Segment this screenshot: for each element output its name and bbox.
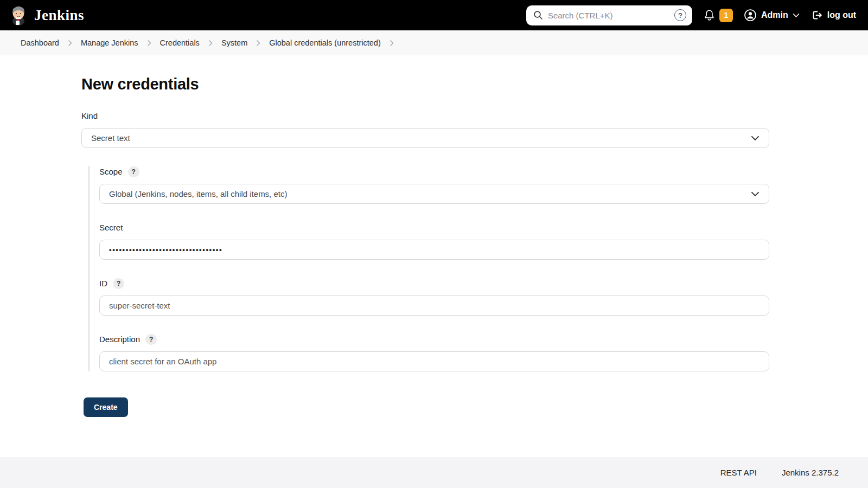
breadcrumb-dashboard[interactable]: Dashboard	[20, 36, 60, 49]
search-icon	[533, 10, 543, 20]
id-label-row: ID ?	[99, 278, 769, 289]
breadcrumb-credentials[interactable]: Credentials	[159, 36, 201, 49]
kind-label: Kind	[81, 111, 98, 120]
logout-icon	[810, 9, 823, 21]
breadcrumb-global-credentials[interactable]: Global credentials (unrestricted)	[268, 36, 382, 49]
kind-select-value: Secret text	[91, 133, 130, 143]
top-bar: Jenkins ? 1	[0, 0, 868, 30]
kind-label-row: Kind	[81, 110, 769, 121]
id-label: ID	[99, 279, 107, 288]
user-name-label: Admin	[761, 10, 788, 20]
page-title: New credentials	[81, 75, 769, 93]
scope-select[interactable]: Global (Jenkins, nodes, items, all child…	[99, 184, 769, 204]
description-help-icon[interactable]: ?	[145, 334, 157, 345]
notifications-button[interactable]: 1	[703, 9, 733, 22]
description-label: Description	[99, 335, 140, 344]
description-input[interactable]	[99, 351, 769, 371]
description-label-row: Description ?	[99, 333, 769, 345]
breadcrumb-chevron-icon	[208, 40, 213, 47]
create-button[interactable]: Create	[84, 397, 128, 417]
main-content: New credentials Kind Secret text Scope ?…	[81, 75, 769, 417]
scope-label-row: Scope ?	[99, 166, 769, 177]
breadcrumb-chevron-icon	[256, 40, 260, 47]
kind-details-section: Scope ? Global (Jenkins, nodes, items, a…	[88, 166, 769, 371]
search-input[interactable]	[548, 11, 669, 20]
search-box: ?	[526, 5, 692, 25]
breadcrumb-manage-jenkins[interactable]: Manage Jenkins	[80, 36, 139, 49]
id-help-icon[interactable]: ?	[113, 278, 124, 289]
jenkins-home-link[interactable]: Jenkins	[9, 5, 84, 25]
footer: REST API Jenkins 2.375.2	[0, 457, 868, 488]
secret-input[interactable]	[99, 240, 769, 260]
search-help-icon[interactable]: ?	[674, 9, 686, 21]
scope-select-value: Global (Jenkins, nodes, items, all child…	[109, 189, 287, 198]
breadcrumb-context-chevron-icon[interactable]	[390, 40, 394, 47]
chevron-down-icon	[793, 13, 800, 18]
jenkins-butler-logo	[9, 5, 28, 25]
breadcrumb-system[interactable]: System	[220, 36, 248, 49]
select-chevron-icon	[751, 191, 760, 197]
jenkins-version-link[interactable]: Jenkins 2.375.2	[782, 468, 839, 477]
logout-label: log out	[827, 10, 856, 20]
select-chevron-icon	[751, 136, 760, 141]
breadcrumb-chevron-icon	[68, 40, 72, 47]
id-input[interactable]	[99, 296, 769, 316]
kind-select[interactable]: Secret text	[81, 128, 769, 148]
scope-help-icon[interactable]: ?	[128, 166, 139, 177]
secret-label: Secret	[99, 223, 123, 232]
user-circle-icon	[744, 9, 757, 22]
brand-wordmark: Jenkins	[34, 7, 84, 24]
rest-api-link[interactable]: REST API	[720, 468, 757, 477]
scope-label: Scope	[99, 167, 123, 176]
user-menu-button[interactable]: Admin	[744, 9, 800, 22]
breadcrumb: Dashboard Manage Jenkins Credentials Sys…	[0, 30, 868, 55]
secret-label-row: Secret	[99, 222, 769, 233]
logout-button[interactable]: log out	[810, 9, 856, 21]
breadcrumb-chevron-icon	[147, 40, 151, 47]
notification-count-badge[interactable]: 1	[719, 9, 733, 22]
bell-icon	[703, 9, 716, 22]
